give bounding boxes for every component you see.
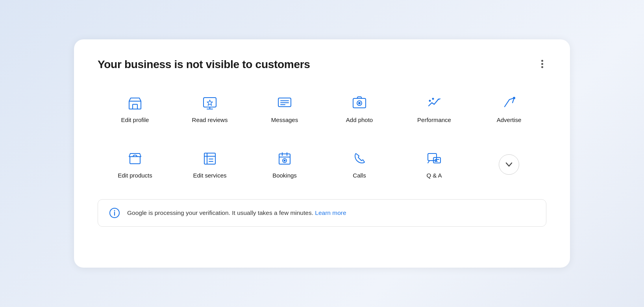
card-header: Your business is not visible to customer… (98, 58, 546, 71)
messages-button[interactable]: Messages (247, 88, 322, 129)
performance-icon (426, 94, 443, 112)
svg-rect-0 (129, 101, 141, 109)
messages-icon (276, 94, 293, 112)
edit-profile-button[interactable]: Edit profile (98, 88, 172, 129)
add-photo-button[interactable]: Add photo (322, 88, 397, 129)
svg-rect-3 (204, 98, 216, 107)
read-reviews-button[interactable]: Read reviews (172, 88, 247, 129)
photo-icon (351, 94, 368, 112)
messages-label: Messages (271, 117, 298, 123)
bookings-icon (276, 150, 293, 167)
read-reviews-label: Read reviews (192, 117, 228, 123)
qa-button[interactable]: Q & A (397, 144, 472, 185)
performance-button[interactable]: Performance (397, 88, 472, 129)
info-banner: Google is processing your verification. … (98, 199, 546, 227)
services-icon (201, 150, 218, 167)
edit-profile-label: Edit profile (121, 117, 149, 123)
advertise-label: Advertise (497, 117, 522, 123)
svg-point-13 (429, 100, 431, 102)
bookings-button[interactable]: Bookings (247, 144, 322, 185)
edit-services-button[interactable]: Edit services (172, 144, 247, 185)
svg-marker-5 (207, 100, 213, 105)
store-icon (126, 94, 144, 112)
info-icon (109, 207, 120, 218)
expand-icon-wrapper[interactable] (499, 154, 519, 175)
svg-point-14 (433, 98, 434, 100)
svg-point-15 (513, 97, 515, 99)
bookings-label: Bookings (272, 172, 297, 179)
info-message: Google is processing your verification. … (127, 209, 313, 216)
calls-button[interactable]: Calls (322, 144, 397, 185)
actions-row-2: Edit products Edit services (98, 144, 546, 185)
edit-products-label: Edit products (118, 172, 152, 179)
edit-services-label: Edit services (193, 172, 226, 179)
svg-rect-17 (204, 153, 215, 164)
more-options-button[interactable] (538, 58, 546, 70)
calls-label: Calls (353, 172, 366, 179)
qa-icon (426, 150, 443, 167)
learn-more-link[interactable]: Learn more (315, 209, 346, 216)
edit-products-button[interactable]: Edit products (98, 144, 172, 185)
svg-point-12 (359, 102, 360, 104)
actions-row-1: Edit profile Read reviews (98, 88, 546, 129)
business-card: Your business is not visible to customer… (74, 39, 570, 268)
performance-label: Performance (417, 117, 451, 123)
page-title: Your business is not visible to customer… (98, 58, 310, 71)
qa-label: Q & A (426, 172, 442, 179)
calls-icon (351, 150, 368, 167)
svg-rect-1 (133, 104, 137, 109)
add-photo-label: Add photo (346, 117, 373, 123)
products-icon (126, 150, 144, 167)
info-text: Google is processing your verification. … (127, 209, 346, 216)
advertise-icon (500, 94, 518, 112)
advertise-button[interactable]: Advertise (472, 88, 546, 129)
reviews-icon (201, 94, 218, 112)
svg-point-27 (284, 160, 285, 161)
svg-point-34 (114, 210, 115, 211)
expand-row-button[interactable] (472, 144, 546, 185)
svg-rect-16 (130, 157, 140, 164)
chevron-down-icon (505, 160, 513, 169)
